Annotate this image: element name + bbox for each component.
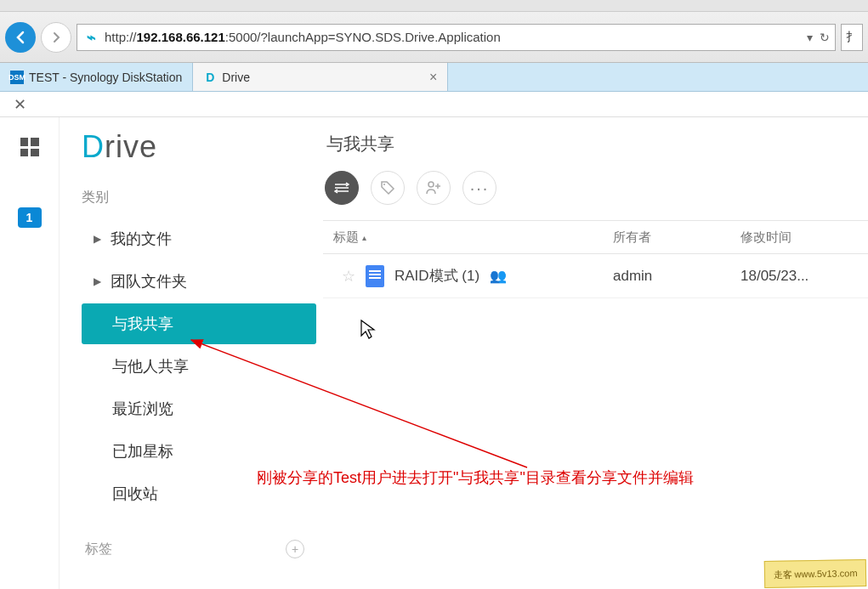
- sidebar-item-label: 最近浏览: [112, 399, 173, 419]
- column-date[interactable]: 修改时间: [740, 229, 868, 246]
- sidebar-item-label: 已加星标: [112, 441, 173, 462]
- tab-label: Drive: [222, 71, 250, 84]
- caret-icon: ▶: [94, 275, 102, 287]
- row-date-cell: 18/05/23...: [740, 268, 868, 285]
- tab-strip: DSM TEST - Synology DiskStation D Drive …: [0, 63, 868, 92]
- more-button[interactable]: ···: [462, 171, 496, 205]
- svg-point-1: [428, 182, 434, 187]
- svg-point-0: [383, 184, 385, 185]
- browser-ext-button[interactable]: 扌: [841, 24, 863, 51]
- document-icon: [366, 265, 384, 287]
- close-panel-icon[interactable]: ✕: [14, 95, 26, 114]
- sort-asc-icon: ▴: [362, 233, 366, 242]
- refresh-icon[interactable]: ↻: [820, 31, 830, 44]
- row-title-cell: ☆ RAID模式 (1) 👥: [323, 265, 613, 287]
- sidebar-item-label: 回收站: [112, 484, 158, 504]
- share-button[interactable]: [417, 171, 451, 205]
- caret-icon: ▶: [94, 233, 102, 245]
- tab-diskstation[interactable]: DSM TEST - Synology DiskStation: [0, 63, 193, 91]
- nav-back-button[interactable]: [5, 22, 36, 53]
- browser-toolbar: ⌁ http://192.168.66.121:5000/?launchApp=…: [0, 12, 868, 63]
- column-owner[interactable]: 所有者: [613, 229, 740, 246]
- tab-drive[interactable]: D Drive ×: [193, 63, 448, 91]
- app-body: 1 Drive 类别 ▶ 我的文件 ▶ 团队文件夹 与我共享 与他人共享 最近浏…: [0, 117, 868, 589]
- tab-close-icon[interactable]: ×: [429, 70, 437, 85]
- annotation-text: 刚被分享的Test用户进去打开"与我共享"目录查看分享文件并编辑: [257, 467, 694, 488]
- sidebar-item-label: 与我共享: [112, 314, 173, 334]
- watermark: 走客 www.5v13.com: [764, 559, 867, 588]
- star-icon[interactable]: ☆: [342, 267, 355, 286]
- sidebar-item-teamfolder[interactable]: ▶ 团队文件夹: [82, 261, 316, 302]
- drive-logo: Drive: [82, 129, 316, 165]
- sidebar-item-label: 团队文件夹: [111, 271, 187, 292]
- app-closebar: ✕: [0, 92, 868, 117]
- sidebar-item-label: 与他人共享: [112, 356, 189, 377]
- content-title: 与我共享: [323, 133, 868, 156]
- file-name: RAID模式 (1): [394, 266, 479, 286]
- table-header: 标题 ▴ 所有者 修改时间: [323, 220, 868, 254]
- add-tag-icon[interactable]: +: [286, 540, 304, 558]
- url-dropdown-icon[interactable]: ▾: [807, 31, 813, 44]
- sidebar: Drive 类别 ▶ 我的文件 ▶ 团队文件夹 与我共享 与他人共享 最近浏览 …: [60, 117, 323, 589]
- content-area: 与我共享 ··· 标题 ▴ 所有者 修改时间 ☆: [323, 117, 868, 589]
- shared-icon: 👥: [490, 268, 507, 284]
- dsm-favicon-icon: DSM: [10, 71, 24, 84]
- sidebar-item-starred[interactable]: 已加星标: [82, 431, 316, 472]
- tab-label: TEST - Synology DiskStation: [29, 71, 182, 84]
- tag-button[interactable]: [371, 171, 405, 205]
- site-favicon-icon: ⌁: [82, 29, 99, 46]
- sidebar-item-label: 我的文件: [111, 229, 172, 249]
- content-toolbar: ···: [323, 171, 868, 205]
- url-controls: ▾ ↻: [807, 31, 830, 44]
- tags-label: 标签: [85, 541, 112, 558]
- browser-titlebar: [0, 0, 868, 12]
- notification-badge[interactable]: 1: [18, 207, 42, 228]
- sidebar-item-sharedwithme[interactable]: 与我共享: [82, 303, 316, 344]
- url-text: http://192.168.66.121:5000/?launchApp=SY…: [105, 30, 501, 44]
- sidebar-item-sharedbyme[interactable]: 与他人共享: [82, 346, 316, 387]
- row-owner-cell: admin: [613, 268, 740, 285]
- column-title[interactable]: 标题 ▴: [323, 229, 613, 246]
- apps-grid-icon[interactable]: [20, 138, 39, 156]
- tags-section: 标签 +: [82, 528, 316, 558]
- url-bar[interactable]: ⌁ http://192.168.66.121:5000/?launchApp=…: [77, 24, 836, 51]
- sidebar-section-label: 类别: [82, 189, 316, 207]
- drive-favicon-icon: D: [203, 71, 217, 84]
- table-row[interactable]: ☆ RAID模式 (1) 👥 admin 18/05/23...: [323, 254, 868, 298]
- sidebar-item-myfiles[interactable]: ▶ 我的文件: [82, 218, 316, 259]
- nav-forward-button[interactable]: [41, 22, 71, 53]
- sort-button[interactable]: [325, 171, 359, 205]
- sidebar-item-recent[interactable]: 最近浏览: [82, 388, 316, 429]
- left-rail: 1: [0, 117, 60, 589]
